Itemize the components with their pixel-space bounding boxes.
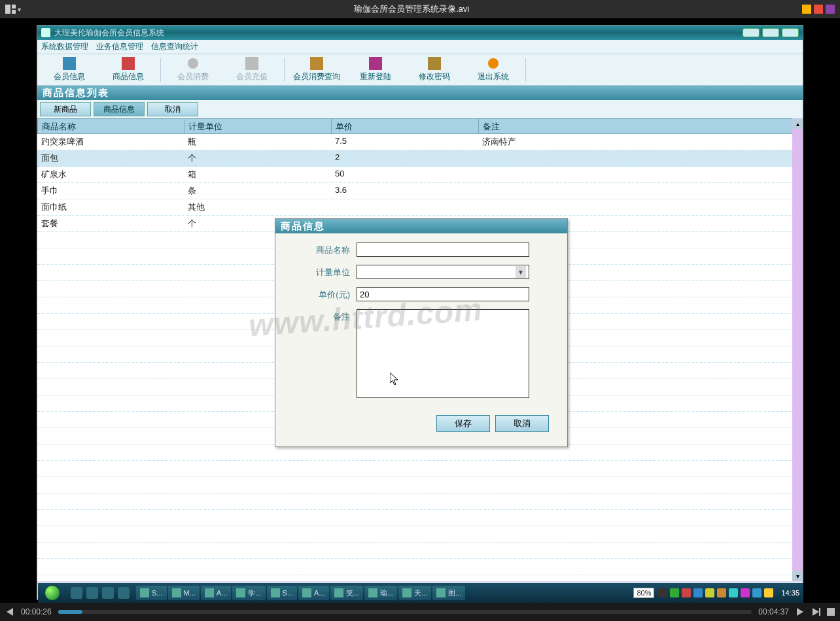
cell-name xyxy=(37,297,184,313)
th-price[interactable]: 单价 xyxy=(332,119,479,133)
task-button[interactable]: 图... xyxy=(432,586,465,600)
start-button[interactable] xyxy=(38,583,67,603)
cell-name xyxy=(37,363,184,378)
cell-price xyxy=(331,461,478,477)
seek-track[interactable] xyxy=(58,610,752,614)
task-label: 天... xyxy=(414,588,427,598)
cell-name xyxy=(37,445,184,460)
task-button[interactable]: M... xyxy=(168,586,200,600)
ql-icon[interactable] xyxy=(71,587,82,599)
tray-icon[interactable] xyxy=(729,588,738,597)
tb-member-recharge[interactable]: 会员充值 xyxy=(222,57,281,82)
table-row[interactable] xyxy=(37,559,803,575)
minimize-button[interactable] xyxy=(743,28,760,37)
table-row[interactable] xyxy=(37,543,803,559)
task-button[interactable]: S... xyxy=(136,586,167,600)
tray-icon[interactable] xyxy=(752,588,761,597)
close-button[interactable] xyxy=(782,28,799,37)
tray-icon[interactable] xyxy=(764,588,773,597)
dialog-title: 商品信息 xyxy=(275,219,567,233)
tb-member-consume[interactable]: 会员消费 xyxy=(164,57,222,82)
tb-member-info[interactable]: 会员信息 xyxy=(40,57,99,82)
cell-name xyxy=(37,346,184,362)
tb-exit[interactable]: 退出系统 xyxy=(464,57,523,82)
cell-name xyxy=(37,248,184,264)
task-button[interactable]: 瑜... xyxy=(364,586,397,600)
task-label: 瑜... xyxy=(380,588,393,598)
tb-consume-query[interactable]: 会员消费查询 xyxy=(287,57,346,82)
task-icon xyxy=(271,588,280,597)
cell-note xyxy=(478,183,803,199)
zoom-badge: 80% xyxy=(633,588,654,598)
prev-button[interactable] xyxy=(5,607,14,616)
ql-icon[interactable] xyxy=(102,587,114,599)
table-row[interactable]: 矿泉水箱50 xyxy=(37,167,803,183)
tb-change-password[interactable]: 修改密码 xyxy=(405,57,464,82)
textarea-note[interactable] xyxy=(357,309,529,398)
list-title: 商品信息列表 xyxy=(37,86,803,100)
table-row[interactable]: 手巾条3.6 xyxy=(37,183,803,199)
input-price[interactable] xyxy=(357,287,529,301)
maximize-button[interactable] xyxy=(762,28,779,37)
cancel-button[interactable]: 取消 xyxy=(495,415,549,432)
cell-price: 7.5 xyxy=(331,134,478,150)
menu-business-info[interactable]: 业务信息管理 xyxy=(96,41,143,52)
task-button[interactable]: 笑... xyxy=(330,586,363,600)
player-title: 瑜伽会所会员管理系统录像.avi xyxy=(21,3,802,15)
tab-product-info[interactable]: 商品信息 xyxy=(94,102,145,116)
stop-button[interactable] xyxy=(827,608,835,616)
tab-new-product[interactable]: 新商品 xyxy=(40,102,91,116)
task-label: S... xyxy=(283,589,294,597)
table-row[interactable]: 面包个2 xyxy=(37,150,803,167)
tray-icon[interactable] xyxy=(705,588,714,597)
svg-rect-7 xyxy=(310,57,323,70)
tb-relogin[interactable]: 重新登陆 xyxy=(346,57,405,82)
task-button[interactable]: A... xyxy=(201,586,232,600)
table-row[interactable] xyxy=(37,526,803,543)
input-product-name[interactable] xyxy=(357,243,529,257)
scroll-up-icon[interactable]: ▴ xyxy=(792,118,803,129)
table-row[interactable] xyxy=(37,477,803,494)
vertical-scrollbar[interactable]: ▴ ▾ xyxy=(792,118,803,581)
table-row[interactable]: 面巾纸其他 xyxy=(37,199,803,216)
th-unit[interactable]: 计量单位 xyxy=(184,119,332,133)
table-row[interactable] xyxy=(37,510,803,526)
tray-icon[interactable] xyxy=(693,588,703,597)
cell-name: 套餐 xyxy=(37,216,184,231)
quick-launch xyxy=(67,587,133,599)
table-row[interactable] xyxy=(37,494,803,510)
table-row[interactable] xyxy=(37,461,803,477)
tray-icon[interactable] xyxy=(658,588,667,597)
video-area: 大理美伦瑜伽会所会员信息系统 系统数据管理 业务信息管理 信息查询统计 会员信息… xyxy=(0,18,840,603)
task-button[interactable]: S... xyxy=(267,586,298,600)
table-row[interactable]: 趵突泉啤酒瓶7.5济南特产 xyxy=(37,134,803,150)
app-toolbar: 会员信息 商品信息 会员消费 会员充值 会员消费查询 重新登陆 修改密码 退出系… xyxy=(37,54,803,86)
tb-product-info[interactable]: 商品信息 xyxy=(99,57,158,82)
tray-icon[interactable] xyxy=(682,588,691,597)
ql-icon[interactable] xyxy=(118,587,130,599)
label-product-name: 商品名称 xyxy=(294,243,357,256)
task-button[interactable]: 天... xyxy=(398,586,431,600)
tab-cancel[interactable]: 取消 xyxy=(147,102,198,116)
tray-icon[interactable] xyxy=(741,588,750,597)
layout-menu-button[interactable]: ▾ xyxy=(5,3,21,16)
cell-price: 50 xyxy=(331,167,478,182)
cell-unit xyxy=(184,559,331,575)
save-button[interactable]: 保存 xyxy=(436,415,490,432)
ql-icon[interactable] xyxy=(86,587,98,599)
select-unit[interactable]: ▼ xyxy=(357,265,529,279)
cell-note xyxy=(478,494,803,509)
taskbar-clock[interactable]: 14:35 xyxy=(777,589,803,597)
scroll-down-icon[interactable]: ▾ xyxy=(792,571,803,581)
tray-icon[interactable] xyxy=(717,588,726,597)
task-button[interactable]: A... xyxy=(298,586,329,600)
th-name[interactable]: 商品名称 xyxy=(38,119,184,133)
next-button[interactable] xyxy=(811,607,820,616)
tray-icon[interactable] xyxy=(670,588,679,597)
menu-query-stats[interactable]: 信息查询统计 xyxy=(151,41,198,52)
play-button[interactable] xyxy=(796,607,805,616)
th-note[interactable]: 备注 xyxy=(479,119,802,133)
task-button[interactable]: 学... xyxy=(232,586,265,600)
menu-system-data[interactable]: 系统数据管理 xyxy=(41,41,88,52)
task-icon xyxy=(140,588,149,597)
